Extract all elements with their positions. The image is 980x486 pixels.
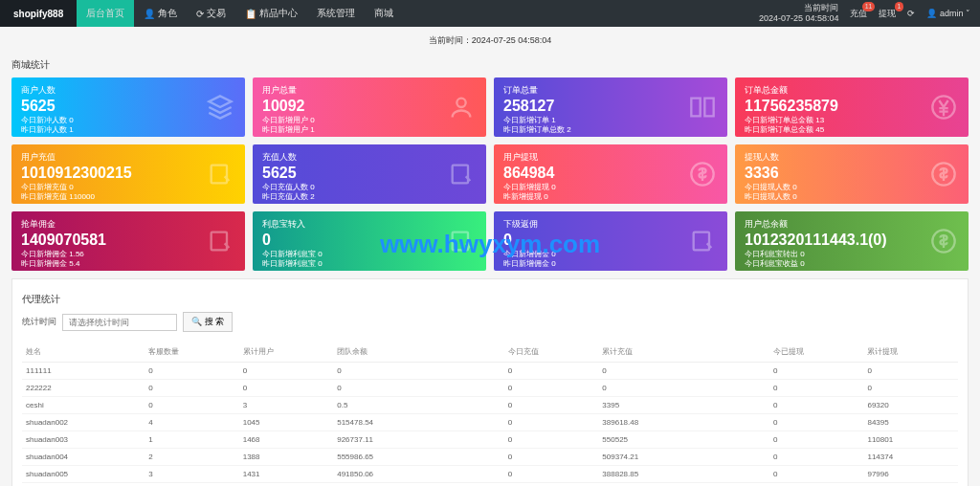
table-row: 1111110000000 [22, 363, 958, 380]
dollar-icon [930, 228, 957, 254]
svg-marker-0 [209, 96, 231, 107]
dollar-icon [930, 161, 957, 188]
table-row: shuadan00241045515478.540389618.48084395 [22, 414, 958, 431]
nav-icon: ⟳ [196, 9, 204, 19]
agent-panel: 代理统计 统计时间 🔍 搜 索 姓名客服数量累计用户团队余额今日充值累计充值今已… [11, 278, 969, 486]
nav-item[interactable]: 系统管理 [307, 0, 365, 27]
nav-icon: 📋 [245, 9, 256, 19]
stat-card: 利息宝转入0今日新增利息宝 0昨日新增利息宝 0 [253, 211, 486, 271]
agent-table: 姓名客服数量累计用户团队余额今日充值累计充值今已提现累计提现 111111000… [22, 342, 958, 486]
date-input[interactable] [62, 314, 177, 331]
edit-icon [689, 228, 716, 254]
table-row: 2222220000000 [22, 380, 958, 397]
stat-card: 下级返佣0今日新增佣金 0昨日新增佣金 0 [494, 211, 727, 271]
table-header: 累计提现 [863, 342, 958, 363]
book-icon [689, 94, 716, 121]
layers-icon [207, 94, 234, 121]
withdraw-link[interactable]: 提现1 [879, 8, 896, 20]
stat-card: 用户总量10092今日新增用户 0昨日新增用户 1 [253, 77, 486, 137]
svg-rect-9 [694, 232, 709, 251]
table-header: 累计充值 [598, 342, 769, 363]
stat-cards-grid: 商户人数5625今日新冲人数 0昨日新冲人数 1用户总量10092今日新增用户 … [11, 77, 969, 271]
user-icon [448, 94, 475, 121]
brand: shopify888 [0, 0, 77, 27]
nav-icon: 👤 [144, 9, 155, 19]
refresh-icon[interactable]: ⟳ [907, 9, 915, 18]
svg-rect-4 [453, 166, 468, 184]
nav-item[interactable]: 后台首页 [77, 0, 134, 27]
table-header: 客服数量 [145, 342, 239, 363]
header-right: 当前时间 2024-07-25 04:58:04 充值11 提现1 ⟳ 👤 ad… [759, 3, 980, 24]
section-title: 商城统计 [11, 58, 969, 72]
nav-item[interactable]: 📋精品中心 [235, 0, 307, 27]
nav-item[interactable]: 商城 [365, 0, 403, 27]
svg-point-1 [457, 99, 465, 107]
table-header: 累计用户 [239, 342, 334, 363]
filter-label: 统计时间 [22, 316, 56, 328]
table-header: 姓名 [22, 342, 145, 363]
user-menu[interactable]: 👤 admin ˅ [926, 9, 970, 18]
header-time: 当前时间 2024-07-25 04:58:04 [759, 3, 839, 24]
table-row: shuadan00531431491850.060388828.85097996 [22, 466, 958, 483]
stat-card: 充值人数5625今日充值人数 0昨日充值人数 2 [253, 144, 486, 204]
stat-card: 用户总余额1012320111443.1(0)今日利息宝转出 0今日利息宝收益 … [735, 211, 969, 271]
recharge-link[interactable]: 充值11 [850, 8, 867, 20]
edit-icon [207, 228, 234, 254]
table-row: ceshi030.503395069320 [22, 397, 958, 414]
svg-rect-7 [212, 232, 227, 251]
table-header: 团队余额 [333, 342, 504, 363]
stat-card: 订单总量258127今日新增订单 1昨日新增订单总数 2 [494, 77, 727, 137]
stat-card: 提现人数3336今日提现人数 0昨日提现人数 0 [735, 144, 969, 204]
edit-icon [207, 161, 234, 188]
edit-icon [448, 161, 475, 188]
svg-rect-8 [453, 232, 468, 251]
search-button[interactable]: 🔍 搜 索 [183, 312, 233, 332]
table-header: 今日充值 [504, 342, 599, 363]
edit-icon [448, 228, 475, 254]
stat-card: 用户充值1010912300215今日新增充值 0昨日新增充值 110000 [11, 144, 245, 204]
stat-card: 用户提现864984今日新增提现 0昨新增提现 0 [494, 144, 727, 204]
table-row: shuadan00311468926737.1105505250110801 [22, 431, 958, 449]
nav-item[interactable]: 👤角色 [134, 0, 187, 27]
sub-header: 当前时间：2024-07-25 04:58:04 [0, 27, 980, 55]
svg-rect-3 [212, 166, 227, 184]
filter-bar: 统计时间 🔍 搜 索 [22, 312, 958, 332]
top-header: shopify888 后台首页👤角色⟳交易📋精品中心系统管理商城 当前时间 20… [0, 0, 980, 27]
table-row: shuadan006111851012316672499.60101000942… [22, 483, 958, 487]
table-row: shuadan00421388555986.650509374.21011437… [22, 449, 958, 466]
yen-icon [930, 94, 957, 121]
dollar-icon [689, 161, 716, 188]
stat-card: 商户人数5625今日新冲人数 0昨日新冲人数 1 [11, 77, 245, 137]
main-nav: 后台首页👤角色⟳交易📋精品中心系统管理商城 [77, 0, 403, 27]
agent-title: 代理统计 [22, 293, 958, 306]
nav-item[interactable]: ⟳交易 [187, 0, 235, 27]
stat-card: 订单总金额11756235879今日新增订单总金额 13昨日新增订单总金额 45 [735, 77, 969, 137]
table-header: 今已提现 [769, 342, 864, 363]
stat-card: 抢单佣金1409070581今日新增佣金 1.56昨日新增佣金 5.4 [11, 211, 245, 271]
